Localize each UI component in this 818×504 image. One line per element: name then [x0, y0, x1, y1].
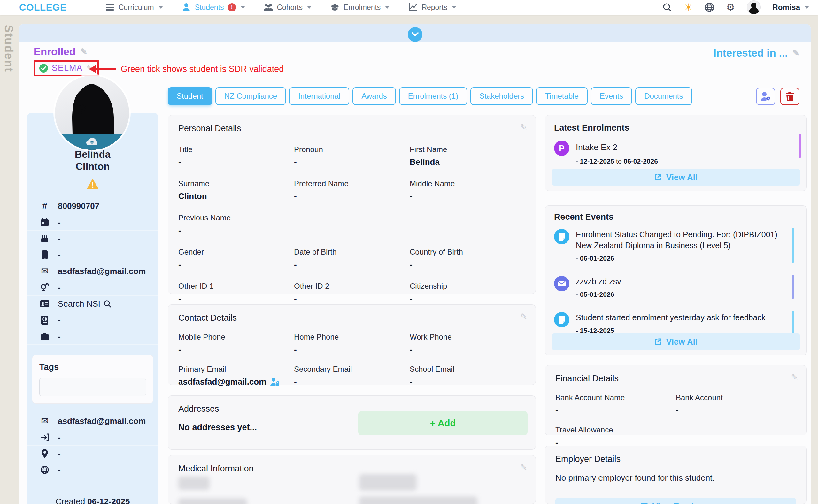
field-birthday: -: [27, 231, 158, 247]
id-card-icon: [40, 300, 50, 307]
card-title: Financial Details: [555, 374, 796, 384]
created-date-row: Created 06-12-2025: [27, 497, 158, 504]
nav-label: Curriculum: [118, 3, 154, 12]
field-website: -: [27, 462, 158, 478]
widget-title: Recent Events: [554, 212, 798, 222]
user-menu[interactable]: Romisa: [772, 3, 809, 12]
app-logo[interactable]: COLLEGE: [19, 2, 67, 13]
no-addresses-text: No addresses yet...: [178, 423, 257, 432]
event-text: Student started enrolment yesterday ask …: [576, 312, 765, 323]
edit-pencil-icon[interactable]: ✎: [520, 122, 527, 133]
field-gender: -: [27, 279, 158, 296]
nav-item-reports[interactable]: Reports: [408, 3, 456, 12]
field-mobile: -: [27, 247, 158, 263]
globe-icon[interactable]: [705, 3, 714, 12]
field-primary-email: Primary Email asdfasfad@gmail.com: [178, 365, 294, 387]
field-value: -: [58, 332, 61, 341]
view-all-enrolments-button[interactable]: View All: [552, 169, 800, 186]
view-all-events-button[interactable]: View All: [552, 333, 800, 350]
user-avatar[interactable]: [747, 0, 761, 14]
field: Other ID 1-: [178, 282, 294, 304]
profile-fields: # 800990707 - -: [27, 198, 158, 345]
enrolment-status-label: Enrolled: [34, 46, 76, 58]
field: Date of Birth-: [294, 248, 410, 270]
created-label: Created: [56, 497, 85, 504]
tab-international[interactable]: International: [289, 87, 349, 105]
view-employer-button[interactable]: View Employer: [555, 498, 796, 504]
tab-student[interactable]: Student: [168, 87, 212, 105]
student-name: Belinda Clinton: [27, 149, 158, 173]
location-pin-icon: [40, 449, 50, 458]
header-divider: [27, 81, 803, 81]
tab-timetable[interactable]: Timetable: [536, 87, 587, 105]
tab-enrolments[interactable]: Enrolments (1): [399, 87, 467, 105]
edit-pencil-icon[interactable]: ✎: [80, 48, 88, 56]
edit-pencil-icon[interactable]: ✎: [520, 312, 527, 322]
record-actions: [756, 88, 799, 105]
tab-awards[interactable]: Awards: [352, 87, 396, 105]
event-text: Enrolment Status Changed to Pending. For…: [576, 229, 782, 251]
event-indicator: [792, 275, 794, 299]
field-value: -: [58, 432, 61, 442]
edit-pencil-icon[interactable]: ✎: [791, 372, 798, 383]
sign-in-icon: [40, 433, 50, 441]
nav-item-students[interactable]: Students !: [181, 3, 245, 12]
gear-icon[interactable]: ⚙: [726, 3, 735, 12]
tab-nz-compliance[interactable]: NZ Compliance: [215, 87, 286, 105]
search-nsi-link[interactable]: Search NSI: [58, 299, 111, 309]
interested-in-label: Interested in ...: [713, 47, 788, 59]
tab-events[interactable]: Events: [591, 87, 632, 105]
enrolment-item[interactable]: P Intake Ex 2 - 12-12-2025 to 06-02-2026: [554, 141, 798, 165]
nav-item-cohorts[interactable]: Cohorts: [264, 3, 312, 12]
event-item[interactable]: Enrolment Status Changed to Pending. For…: [554, 222, 798, 269]
profile-photo[interactable]: [55, 76, 129, 150]
tags-title: Tags: [39, 362, 146, 372]
field-nsi[interactable]: Search NSI: [27, 296, 158, 312]
field-last-login: -: [27, 429, 158, 446]
enrolment-name: Intake Ex 2: [576, 142, 658, 152]
theme-sun-icon[interactable]: ☀: [684, 3, 693, 12]
tags-input[interactable]: [39, 378, 146, 396]
field-value: -: [58, 218, 61, 227]
user-settings-button[interactable]: [756, 88, 775, 105]
field: Title-: [178, 145, 294, 167]
tab-stakeholders[interactable]: Stakeholders: [470, 87, 533, 105]
field: Home Phone-: [294, 332, 410, 355]
person-lock-icon[interactable]: [270, 378, 279, 386]
event-date: - 05-01-2026: [576, 291, 621, 298]
external-link-icon: [640, 502, 648, 504]
nav-item-enrolments[interactable]: Enrolments: [330, 3, 389, 12]
profile-warning[interactable]: [27, 178, 158, 189]
student-icon: [181, 3, 191, 12]
chevron-down-icon: [452, 6, 456, 9]
profile-sidebar: Belinda Clinton # 800990707 -: [27, 113, 158, 504]
chevron-down-icon: [241, 6, 245, 9]
card-title: Employer Details: [555, 454, 796, 464]
top-navbar: COLLEGE Curriculum Students !: [0, 0, 818, 15]
edit-pencil-icon[interactable]: ✎: [520, 462, 527, 473]
delete-student-button[interactable]: [780, 88, 799, 105]
collapse-chevron-button[interactable]: [408, 27, 423, 42]
latest-enrolments-widget: Latest Enrolments P Intake Ex 2 - 12-12-…: [545, 115, 807, 191]
edit-pencil-icon[interactable]: ✎: [792, 49, 799, 57]
gender-icon: [40, 283, 50, 292]
username: Romisa: [772, 3, 800, 12]
nav-item-curriculum[interactable]: Curriculum: [105, 3, 163, 12]
green-check-icon: [39, 64, 48, 73]
event-item[interactable]: zzvzb zd zsv - 05-01-2026: [554, 269, 798, 305]
page: COLLEGE Curriculum Students !: [0, 0, 818, 504]
tab-documents[interactable]: Documents: [635, 87, 692, 105]
calendar-icon: [40, 218, 50, 226]
search-icon: [103, 300, 111, 308]
external-link-icon: [654, 173, 662, 181]
field-value: -: [58, 315, 61, 325]
search-icon[interactable]: [662, 3, 672, 12]
enrolment-scroll-indicator: [799, 134, 801, 158]
chart-icon: [408, 3, 418, 12]
add-address-button[interactable]: + Add: [358, 411, 528, 435]
chevron-down-icon: [307, 6, 311, 9]
event-indicator: [792, 228, 794, 263]
external-link-icon: [654, 338, 662, 346]
field: Country of Birth-: [410, 248, 525, 270]
created-date: 06-12-2025: [87, 497, 130, 504]
